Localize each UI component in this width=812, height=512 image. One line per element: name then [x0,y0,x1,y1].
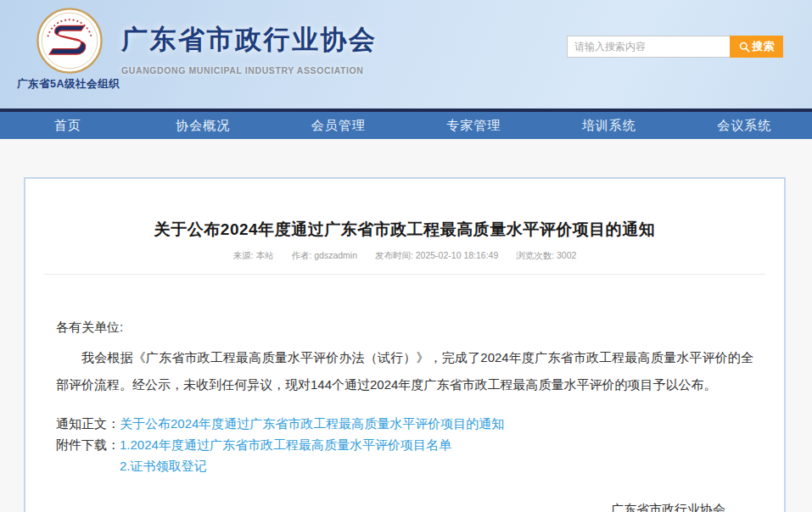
badge-5a: 广东省5A级社会组织 [17,77,127,92]
main-nav: 首页 协会概况 会员管理 专家管理 培训系统 会议系统 [0,112,812,139]
attachment-links: 1.2024年度通过广东省市政工程最高质量水平评价项目名单 2.证书领取登记 [120,434,451,476]
notice-link[interactable]: 关于公布2024年度通过广东省市政工程最高质量水平评价项目的通知 [120,413,504,434]
notice-label: 通知正文： [56,413,120,434]
article-paragraph: 我会根据《广东省市政工程最高质量水平评价办法（试行）》，完成了2024年度广东省… [56,344,753,398]
search-input[interactable] [567,36,730,58]
association-logo[interactable]: 广东省5A级社会组织 [17,7,127,92]
search-icon [739,42,750,53]
association-logo-icon [36,7,104,75]
search-bar: 搜索 [567,36,783,58]
attachment-row: 附件下载： 1.2024年度通过广东省市政工程最高质量水平评价项目名单 2.证书… [56,434,753,476]
attachment-label: 附件下载： [56,434,120,476]
article-body: 各有关单位: 我会根据《广东省市政工程最高质量水平评价办法（试行）》，完成了20… [25,317,784,512]
title-divider [44,274,765,275]
search-button[interactable]: 搜索 [730,36,783,58]
attachment-link-certificate-registration[interactable]: 2.证书领取登记 [120,455,451,476]
org-name-cn: 广东省市政行业协会 [121,22,378,58]
search-button-label: 搜索 [753,39,775,54]
notice-row: 通知正文： 关于公布2024年度通过广东省市政工程最高质量水平评价项目的通知 [56,413,753,434]
nav-item-meeting-system[interactable]: 会议系统 [677,112,812,139]
salutation: 各有关单位: [56,317,753,337]
nav-item-member-management[interactable]: 会员管理 [271,112,406,139]
meta-view-count: 浏览次数: 3002 [516,250,576,260]
attachment-link-project-list[interactable]: 1.2024年度通过广东省市政工程最高质量水平评价项目名单 [120,434,451,455]
org-names: 广东省市政行业协会 GUANGDONG MUNICIPAL INDUSTRY A… [121,22,378,75]
site-header: 广东省5A级社会组织 广东省市政行业协会 GUANGDONG MUNICIPAL… [0,0,812,109]
content-area: 关于公布2024年度通过广东省市政工程最高质量水平评价项目的通知 来源: 本站 … [0,139,812,512]
signature-org: 广东省市政行业协会 [611,498,725,512]
article-meta: 来源: 本站 作者: gdszadmin 发布时间: 2025-02-10 18… [25,250,784,262]
signature-block: 广东省市政行业协会 2025年2月8日 [56,498,725,512]
meta-publish-time: 发布时间: 2025-02-10 18:16:49 [375,250,498,260]
meta-source: 来源: 本站 [233,250,274,260]
article-panel: 关于公布2024年度通过广东省市政工程最高质量水平评价项目的通知 来源: 本站 … [24,177,786,512]
nav-item-training-system[interactable]: 培训系统 [541,112,677,139]
meta-author: 作者: gdszadmin [291,250,357,260]
article-title: 关于公布2024年度通过广东省市政工程最高质量水平评价项目的通知 [59,219,750,241]
org-name-en: GUANGDONG MUNICIPAL INDUSTRY ASSOCIATION [121,65,378,75]
nav-item-expert-management[interactable]: 专家管理 [406,112,542,139]
nav-item-association-overview[interactable]: 协会概况 [136,112,272,139]
nav-item-home[interactable]: 首页 [0,112,136,139]
